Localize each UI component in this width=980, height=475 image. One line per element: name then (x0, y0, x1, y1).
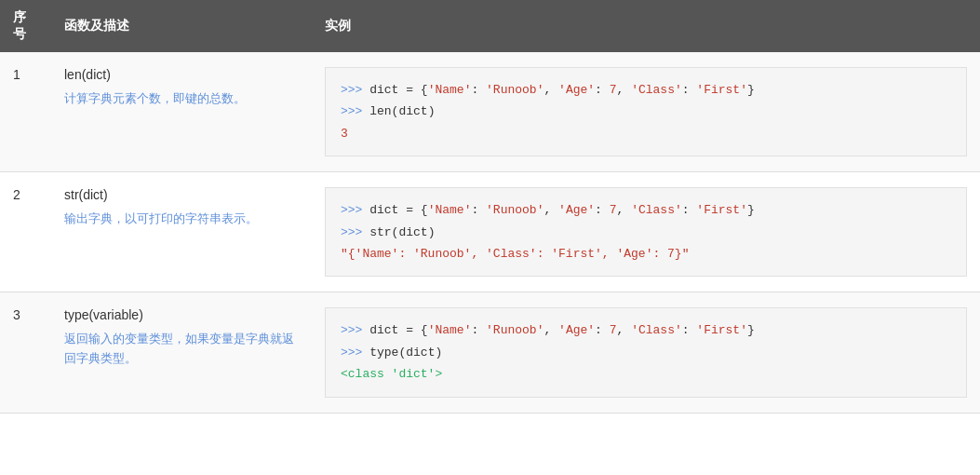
func-name: len(dict) (64, 67, 299, 82)
func-desc: 计算字典元素个数，即键的总数。 (64, 89, 299, 109)
func-cell: type(variable)返回输入的变量类型，如果变量是字典就返回字典类型。 (51, 292, 312, 413)
func-name: type(variable) (64, 307, 299, 322)
code-box: >>> dict = {'Name': 'Runoob', 'Age': 7, … (325, 307, 967, 397)
header-func: 函数及描述 (51, 0, 312, 52)
code-line: >>> dict = {'Name': 'Runoob', 'Age': 7, … (341, 79, 951, 101)
row-number: 2 (0, 172, 51, 292)
example-cell: >>> dict = {'Name': 'Runoob', 'Age': 7, … (312, 52, 980, 172)
main-table: 序号 函数及描述 实例 1len(dict)计算字典元素个数，即键的总数。>>>… (0, 0, 980, 414)
code-box: >>> dict = {'Name': 'Runoob', 'Age': 7, … (325, 67, 967, 156)
table-row: 1len(dict)计算字典元素个数，即键的总数。>>> dict = {'Na… (0, 52, 980, 172)
code-line: >>> type(dict) (341, 342, 951, 363)
row-number: 3 (0, 292, 51, 413)
table-row: 2str(dict)输出字典，以可打印的字符串表示。>>> dict = {'N… (0, 172, 980, 292)
code-line: >>> dict = {'Name': 'Runoob', 'Age': 7, … (341, 199, 951, 221)
code-line: >>> str(dict) (341, 222, 951, 243)
code-line: 3 (341, 123, 951, 144)
example-cell: >>> dict = {'Name': 'Runoob', 'Age': 7, … (312, 292, 980, 413)
code-line: <class 'dict'> (341, 363, 951, 385)
row-number: 1 (0, 52, 51, 172)
code-line: >>> len(dict) (341, 101, 951, 122)
example-cell: >>> dict = {'Name': 'Runoob', 'Age': 7, … (312, 172, 980, 292)
table-header: 序号 函数及描述 实例 (0, 0, 980, 52)
func-desc: 返回输入的变量类型，如果变量是字典就返回字典类型。 (64, 330, 299, 369)
func-cell: str(dict)输出字典，以可打印的字符串表示。 (51, 172, 312, 292)
header-example: 实例 (312, 0, 980, 52)
func-name: str(dict) (64, 187, 299, 202)
code-line: "{'Name': 'Runoob', 'Class': 'First', 'A… (341, 243, 951, 265)
code-box: >>> dict = {'Name': 'Runoob', 'Age': 7, … (325, 187, 967, 277)
func-cell: len(dict)计算字典元素个数，即键的总数。 (51, 52, 312, 172)
table-row: 3type(variable)返回输入的变量类型，如果变量是字典就返回字典类型。… (0, 292, 980, 413)
func-desc: 输出字典，以可打印的字符串表示。 (64, 210, 299, 229)
code-line: >>> dict = {'Name': 'Runoob', 'Age': 7, … (341, 319, 951, 341)
header-num: 序号 (0, 0, 51, 52)
